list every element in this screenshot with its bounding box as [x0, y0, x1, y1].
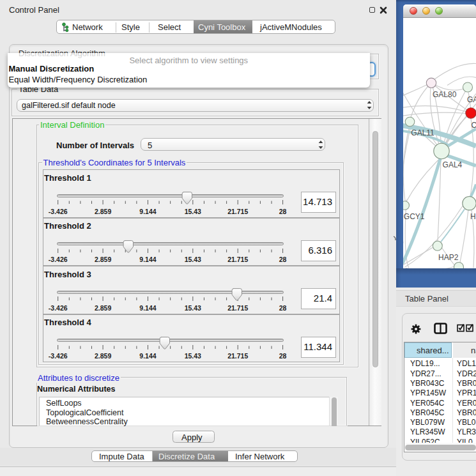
svg-text:C: C [472, 121, 476, 130]
svg-text:GCY1: GCY1 [404, 212, 425, 221]
svg-text:GA: GA [467, 95, 476, 104]
svg-text:GAL80: GAL80 [433, 89, 457, 98]
svg-text:HAP2: HAP2 [438, 253, 459, 262]
svg-text:HI: HI [470, 212, 476, 221]
svg-text:GAL11: GAL11 [411, 128, 434, 137]
svg-text:GAL4: GAL4 [443, 160, 463, 169]
